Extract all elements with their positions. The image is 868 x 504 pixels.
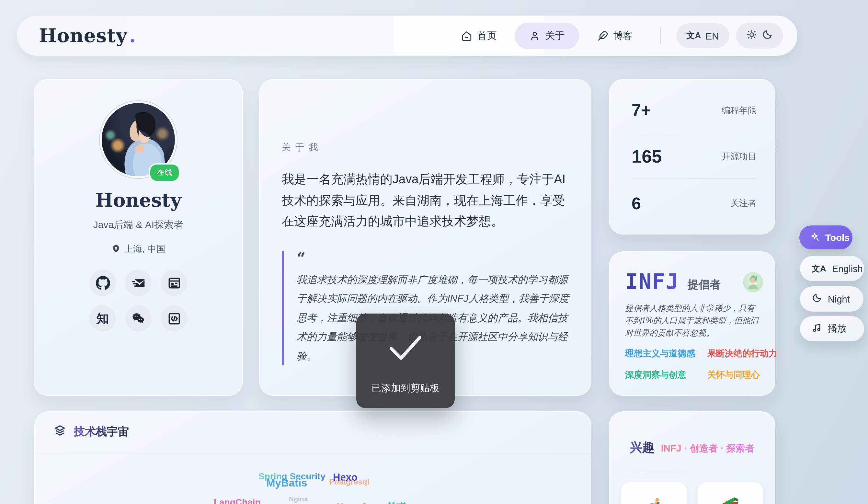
nav-item-blog[interactable]: 博客 [586, 23, 644, 48]
stat-value: 165 [632, 146, 662, 167]
social-row: 知 [89, 305, 188, 332]
night-label: Night [828, 294, 850, 304]
nav-item-label: 首页 [477, 30, 497, 42]
social-links: 知 [34, 269, 242, 332]
quote-mark: “ [297, 251, 572, 266]
code-box-icon[interactable] [160, 305, 188, 332]
play-label: 播放 [828, 322, 847, 335]
interests-tiles [610, 482, 775, 504]
github-icon[interactable] [89, 269, 117, 297]
tech-stack-card: 技术栈宇宙 Spring Security MyBatis Hexo Postg… [34, 411, 591, 504]
mbti-mascot-avatar[interactable] [743, 272, 763, 292]
stats-card: 7+ 编程年限 165 开源项目 6 关注者 [609, 79, 775, 235]
profile-card: 在线 Honesty Java后端 & AI探索者 上海, 中国 [34, 79, 243, 396]
nav-item-label: 关于 [545, 30, 565, 42]
stat-label: 关注者 [730, 198, 757, 209]
stat-row-followers: 6 关注者 [632, 179, 757, 228]
moon-icon [762, 29, 773, 42]
tech-word[interactable]: Nginx [289, 495, 308, 503]
stat-label: 开源项目 [722, 151, 757, 163]
check-icon [388, 333, 424, 366]
interest-tile-reading[interactable] [698, 482, 763, 504]
mbti-description: 提倡者人格类型的人非常稀少，只有不到1%的人口属于这种类型，但他们对世界的贡献不… [625, 302, 761, 339]
blog-icon[interactable] [160, 269, 188, 297]
feather-icon [597, 30, 608, 41]
night-mode-fab-button[interactable]: Night [800, 286, 864, 312]
email-icon[interactable] [124, 269, 152, 297]
tech-stack-title: 技术栈宇宙 [74, 424, 129, 439]
tools-fab-button[interactable]: Tools [799, 225, 852, 249]
site-logo-text: Honesty [39, 24, 127, 47]
site-logo[interactable]: Honesty. [39, 24, 136, 47]
zhihu-glyph: 知 [96, 310, 109, 327]
language-toggle-button[interactable]: 文A EN [676, 23, 730, 48]
stat-value: 7+ [632, 100, 651, 121]
tech-word[interactable]: Next.Js [336, 501, 372, 504]
online-status-badge: 在线 [149, 163, 180, 182]
cycling-icon [642, 495, 666, 504]
top-navbar: Honesty. 首页 关于 博客 文A [17, 16, 797, 56]
profile-location: 上海, 中国 [34, 244, 242, 255]
tools-label: Tools [825, 232, 849, 243]
stat-label: 编程年限 [722, 105, 757, 116]
layers-icon [54, 424, 66, 439]
interests-header: 兴趣 INFJ · 创造者 · 探索者 [610, 439, 775, 456]
tech-stack-header: 技术栈宇宙 [35, 412, 591, 439]
mbti-traits: 理想主义与道德感 果断决绝的行动力 深度洞察与创意 关怀与同理心 [625, 348, 763, 381]
map-pin-icon [111, 244, 120, 255]
tech-word[interactable]: LangChain [214, 497, 261, 504]
sun-icon [746, 29, 757, 42]
mbti-type: INFJ [625, 269, 679, 294]
stat-row-coding-years: 7+ 编程年限 [632, 86, 757, 135]
moon-icon [812, 293, 822, 305]
translate-icon: 文A [686, 30, 701, 41]
tech-word[interactable]: Postgresql [329, 477, 369, 486]
profile-name: Honesty [34, 189, 242, 211]
mbti-role: 提倡者 [688, 277, 721, 292]
interests-divider [623, 472, 761, 472]
zhihu-icon[interactable]: 知 [89, 305, 117, 332]
tech-word[interactable]: MyBatis [266, 477, 307, 489]
magic-wand-icon [810, 232, 819, 243]
interest-tile-cycling[interactable] [621, 482, 686, 504]
tech-word-cloud: Spring Security MyBatis Hexo Postgresql … [35, 453, 591, 504]
clipboard-toast: 已添加到剪贴板 [356, 313, 455, 408]
wechat-icon[interactable] [124, 305, 152, 332]
music-note-icon [812, 322, 822, 335]
trait-empathy: 关怀与同理心 [707, 370, 777, 381]
nav-item-home[interactable]: 首页 [450, 23, 508, 48]
interests-card: 兴趣 INFJ · 创造者 · 探索者 [609, 411, 775, 504]
site-logo-dot: . [129, 24, 136, 47]
user-icon [529, 30, 540, 41]
avatar-wrap: 在线 [100, 101, 177, 178]
english-fab-button[interactable]: 文A English [800, 256, 864, 281]
about-bio-text: 我是一名充满热情的Java后端开发工程师，专注于AI技术的探索与应用。来自湖南，… [282, 169, 575, 233]
trait-idealism: 理想主义与道德感 [625, 348, 707, 360]
tech-word[interactable]: Mqtt [388, 500, 406, 504]
trait-insight: 深度洞察与创意 [625, 370, 707, 381]
trait-decisive: 果断决绝的行动力 [707, 348, 777, 360]
play-music-fab-button[interactable]: 播放 [800, 316, 864, 341]
nav-menu: 首页 关于 博客 文A EN [450, 22, 783, 49]
mbti-header: INFJ 提倡者 [625, 269, 763, 294]
page: Honesty. 首页 关于 博客 文A [0, 0, 868, 504]
nav-item-label: 博客 [613, 30, 633, 42]
interests-title: 兴趣 [630, 439, 654, 456]
interests-subtitle: INFJ · 创造者 · 探索者 [661, 442, 754, 455]
toast-message: 已添加到剪贴板 [372, 382, 440, 394]
language-label: EN [705, 30, 719, 41]
stat-value: 6 [632, 193, 641, 214]
mbti-card: INFJ 提倡者 提倡者人格类型的人非常稀少，只有不到1%的人口属于这种类型，但… [609, 251, 775, 396]
home-icon [461, 30, 472, 41]
nav-divider [660, 27, 661, 44]
books-icon [718, 495, 743, 504]
stat-row-open-source: 165 开源项目 [632, 135, 757, 179]
translate-icon: 文A [812, 263, 826, 274]
social-row [89, 269, 188, 297]
profile-title: Java后端 & AI探索者 [34, 219, 242, 231]
profile-location-text: 上海, 中国 [124, 244, 165, 255]
nav-item-about[interactable]: 关于 [515, 22, 579, 49]
english-label: English [832, 263, 863, 274]
theme-toggle-button[interactable] [736, 23, 783, 49]
about-section-label: 关于我 [282, 142, 571, 154]
